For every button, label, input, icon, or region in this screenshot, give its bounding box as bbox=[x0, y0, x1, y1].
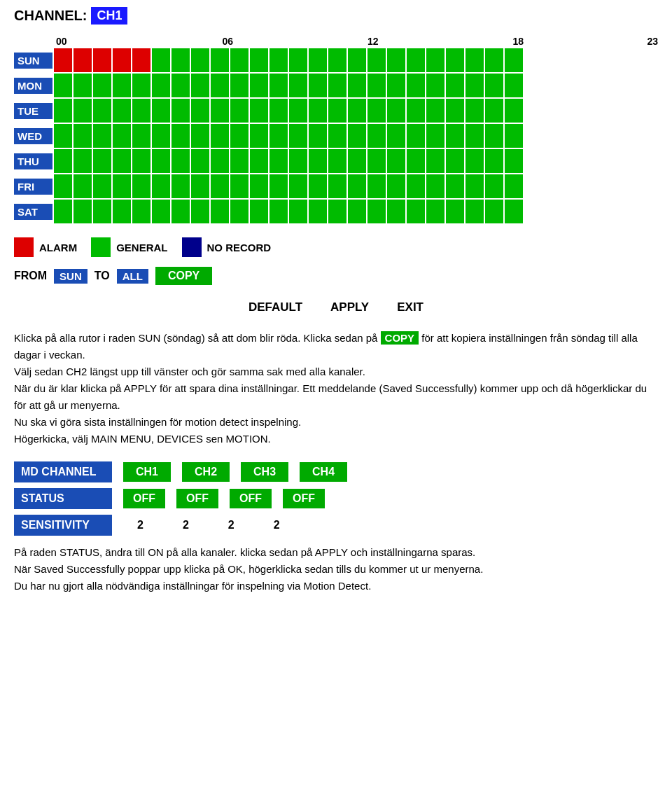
cell[interactable] bbox=[74, 74, 92, 97]
cell[interactable] bbox=[348, 74, 366, 97]
cell[interactable] bbox=[211, 200, 229, 223]
cell[interactable] bbox=[407, 149, 425, 173]
cell[interactable] bbox=[426, 99, 444, 123]
cell[interactable] bbox=[270, 48, 288, 72]
cell[interactable] bbox=[446, 200, 464, 223]
cell[interactable] bbox=[54, 48, 72, 72]
cell[interactable] bbox=[250, 48, 268, 72]
cell[interactable] bbox=[172, 74, 190, 97]
cell[interactable] bbox=[505, 174, 523, 198]
cell[interactable] bbox=[485, 74, 503, 97]
cell[interactable] bbox=[505, 200, 523, 223]
cell[interactable] bbox=[270, 149, 288, 173]
cell[interactable] bbox=[485, 99, 503, 123]
cell[interactable] bbox=[348, 149, 366, 173]
cell[interactable] bbox=[93, 124, 111, 148]
cell[interactable] bbox=[113, 149, 131, 173]
cell[interactable] bbox=[407, 99, 425, 123]
cell[interactable] bbox=[309, 124, 327, 148]
cell[interactable] bbox=[407, 124, 425, 148]
cell[interactable] bbox=[407, 74, 425, 97]
cell[interactable] bbox=[289, 200, 307, 223]
cell[interactable] bbox=[152, 174, 170, 198]
cell[interactable] bbox=[211, 99, 229, 123]
cell[interactable] bbox=[191, 200, 209, 223]
cell[interactable] bbox=[113, 99, 131, 123]
cell[interactable] bbox=[387, 124, 405, 148]
cell[interactable] bbox=[152, 149, 170, 173]
cell[interactable] bbox=[368, 99, 386, 123]
cell[interactable] bbox=[132, 149, 150, 173]
cell[interactable] bbox=[152, 124, 170, 148]
cell[interactable] bbox=[387, 74, 405, 97]
cell[interactable] bbox=[348, 48, 366, 72]
cell[interactable] bbox=[93, 48, 111, 72]
cell[interactable] bbox=[446, 149, 464, 173]
cell[interactable] bbox=[485, 149, 503, 173]
cell[interactable] bbox=[172, 124, 190, 148]
cell[interactable] bbox=[250, 74, 268, 97]
cell[interactable] bbox=[309, 174, 327, 198]
cell[interactable] bbox=[485, 48, 503, 72]
cell[interactable] bbox=[230, 149, 248, 173]
cell[interactable] bbox=[74, 174, 92, 198]
apply-button[interactable]: APPLY bbox=[330, 300, 369, 314]
cell[interactable] bbox=[289, 99, 307, 123]
cell[interactable] bbox=[328, 99, 346, 123]
cell[interactable] bbox=[270, 74, 288, 97]
cell[interactable] bbox=[426, 48, 444, 72]
cell[interactable] bbox=[328, 74, 346, 97]
cell[interactable] bbox=[465, 124, 484, 148]
cell[interactable] bbox=[113, 174, 131, 198]
cell[interactable] bbox=[230, 200, 248, 223]
cell[interactable] bbox=[465, 200, 484, 223]
cell[interactable] bbox=[348, 99, 366, 123]
cell[interactable] bbox=[191, 48, 209, 72]
cell[interactable] bbox=[426, 124, 444, 148]
cell[interactable] bbox=[426, 149, 444, 173]
cell[interactable] bbox=[309, 99, 327, 123]
cell[interactable] bbox=[348, 124, 366, 148]
cell[interactable] bbox=[132, 74, 150, 97]
cell[interactable] bbox=[309, 74, 327, 97]
cell[interactable] bbox=[368, 174, 386, 198]
cell[interactable] bbox=[485, 124, 503, 148]
cell[interactable] bbox=[250, 124, 268, 148]
cell[interactable] bbox=[74, 124, 92, 148]
cell[interactable] bbox=[250, 149, 268, 173]
cell[interactable] bbox=[270, 174, 288, 198]
cell[interactable] bbox=[505, 124, 523, 148]
cell[interactable] bbox=[132, 200, 150, 223]
cell[interactable] bbox=[132, 174, 150, 198]
cell[interactable] bbox=[368, 124, 386, 148]
cell[interactable] bbox=[289, 124, 307, 148]
cell[interactable] bbox=[54, 149, 72, 173]
cell[interactable] bbox=[54, 174, 72, 198]
cell[interactable] bbox=[172, 174, 190, 198]
cell[interactable] bbox=[289, 48, 307, 72]
cell[interactable] bbox=[250, 174, 268, 198]
cell[interactable] bbox=[172, 149, 190, 173]
cell[interactable] bbox=[368, 48, 386, 72]
cell[interactable] bbox=[485, 200, 503, 223]
cell[interactable] bbox=[152, 200, 170, 223]
cell[interactable] bbox=[348, 200, 366, 223]
cell[interactable] bbox=[54, 124, 72, 148]
cell[interactable] bbox=[211, 124, 229, 148]
cell[interactable] bbox=[93, 99, 111, 123]
cell[interactable] bbox=[74, 48, 92, 72]
cell[interactable] bbox=[505, 48, 523, 72]
cell[interactable] bbox=[250, 200, 268, 223]
cell[interactable] bbox=[132, 124, 150, 148]
cell[interactable] bbox=[368, 149, 386, 173]
cell[interactable] bbox=[465, 99, 484, 123]
cell[interactable] bbox=[505, 99, 523, 123]
cell[interactable] bbox=[446, 99, 464, 123]
cell[interactable] bbox=[74, 99, 92, 123]
cell[interactable] bbox=[328, 48, 346, 72]
cell[interactable] bbox=[54, 200, 72, 223]
cell[interactable] bbox=[211, 174, 229, 198]
cell[interactable] bbox=[446, 124, 464, 148]
cell[interactable] bbox=[348, 174, 366, 198]
cell[interactable] bbox=[270, 124, 288, 148]
